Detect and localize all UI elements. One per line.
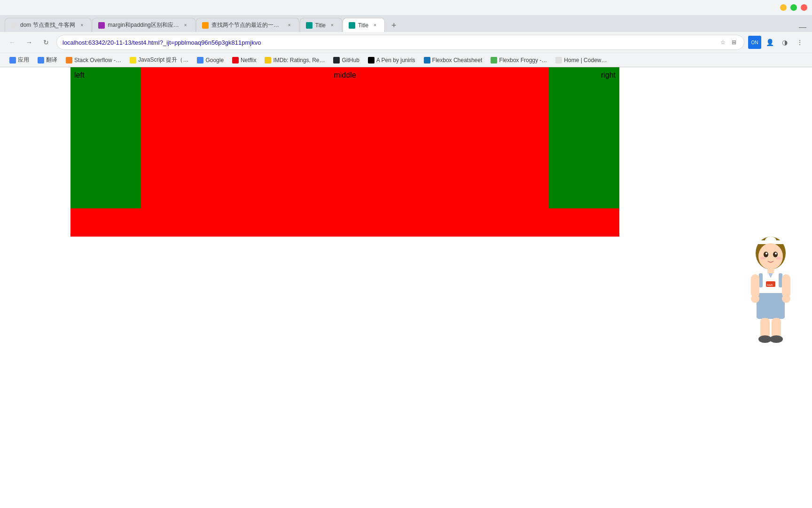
- profile-icon[interactable]: 👤: [763, 36, 776, 49]
- bookmark-star-icon[interactable]: ☆: [718, 38, 727, 47]
- bookmark-flexbox-icon: [424, 57, 430, 64]
- address-input[interactable]: [62, 39, 718, 46]
- svg-point-4: [764, 252, 768, 257]
- tab-query[interactable]: 查找两个节点的最近的一个共… ×: [196, 18, 299, 32]
- svg-point-7: [775, 253, 777, 254]
- svg-rect-19: [782, 274, 790, 298]
- reload-button[interactable]: ↻: [39, 36, 53, 49]
- bookmark-netflix-icon: [232, 57, 239, 64]
- svg-point-26: [758, 335, 772, 343]
- bookmark-imdb-icon: [265, 57, 271, 64]
- tab-title2-close[interactable]: ×: [371, 22, 379, 29]
- left-column: left: [70, 67, 141, 208]
- bookmark-flexbox[interactable]: Flexbox Cheatsheet: [420, 56, 486, 64]
- tab-title1-favicon: [306, 22, 312, 29]
- right-column: right: [549, 67, 619, 208]
- svg-rect-22: [753, 292, 755, 299]
- anime-character: R&B: [742, 227, 799, 345]
- maximize-button[interactable]: [790, 4, 797, 11]
- svg-point-2: [765, 237, 776, 244]
- tab-title1[interactable]: Title ×: [300, 18, 342, 32]
- extensions-icon[interactable]: ⊞: [730, 38, 738, 47]
- bookmark-netflix[interactable]: Netflix: [228, 56, 260, 64]
- bookmark-froggy-label: Flexbox Froggy -…: [499, 57, 547, 64]
- window-minimize-icon[interactable]: —: [798, 23, 807, 32]
- bookmark-js-label: JavaScript 提升（…: [138, 56, 188, 64]
- bookmark-home-icon: [555, 57, 562, 64]
- bookmark-codepen[interactable]: A Pen by juniris: [364, 56, 419, 64]
- tab-bar: dom 节点查找_牛客网 × margin和padding区别和应… × 查找两…: [0, 15, 812, 32]
- bookmark-github[interactable]: GitHub: [329, 56, 363, 64]
- downloads-icon[interactable]: ON: [748, 36, 761, 49]
- close-window-button[interactable]: [801, 4, 807, 11]
- bookmark-netflix-label: Netflix: [241, 57, 256, 64]
- tab-dom-favicon: [11, 22, 17, 29]
- svg-point-21: [782, 294, 790, 303]
- svg-point-27: [770, 335, 783, 343]
- svg-point-9: [776, 257, 781, 260]
- svg-rect-15: [759, 273, 763, 287]
- tab-margin-favicon: [98, 22, 105, 29]
- bookmark-stackoverflow-icon: [66, 57, 72, 64]
- bookmark-home[interactable]: Home | Codew…: [552, 56, 610, 64]
- bookmark-translate-icon: [38, 57, 44, 64]
- svg-rect-10: [767, 268, 774, 274]
- bookmark-google-label: Google: [205, 57, 224, 64]
- tab-margin-label: margin和padding区别和应…: [108, 21, 179, 29]
- tab-dom[interactable]: dom 节点查找_牛客网 ×: [5, 18, 92, 32]
- bookmark-translate-label: 翻译: [46, 56, 57, 64]
- tab-margin[interactable]: margin和padding区别和应… ×: [92, 18, 195, 32]
- columns-wrapper: left middle right: [70, 67, 619, 208]
- bookmark-imdb-label: IMDb: Ratings, Re…: [273, 57, 325, 64]
- tab-query-favicon: [202, 22, 209, 29]
- bookmark-stackoverflow-label: Stack Overflow -…: [74, 57, 121, 64]
- address-bar: ← → ↻ ☆ ⊞ ON 👤 ◑ ⋮: [0, 32, 812, 53]
- bookmark-github-icon: [333, 57, 340, 64]
- address-input-container: ☆ ⊞: [56, 35, 744, 50]
- window-controls: [780, 4, 807, 11]
- title-bar: [0, 0, 812, 15]
- bookmark-js[interactable]: JavaScript 提升（…: [126, 55, 192, 65]
- anime-character-svg: R&B: [742, 227, 799, 345]
- svg-rect-17: [757, 293, 785, 319]
- bookmark-imdb[interactable]: IMDb: Ratings, Re…: [261, 56, 328, 64]
- tab-dom-label: dom 节点查找_牛客网: [20, 21, 75, 29]
- tab-title2[interactable]: Title ×: [343, 18, 385, 32]
- minimize-button[interactable]: [780, 4, 787, 11]
- bookmark-js-icon: [130, 57, 136, 64]
- svg-rect-16: [779, 273, 782, 287]
- bookmark-translate[interactable]: 翻译: [34, 55, 61, 65]
- forward-button[interactable]: →: [23, 36, 36, 49]
- bookmark-codepen-icon: [368, 57, 375, 64]
- dark-mode-icon[interactable]: ◑: [778, 36, 791, 49]
- bookmark-github-label: GitHub: [342, 57, 359, 64]
- tab-title2-label: Title: [358, 22, 368, 29]
- bookmark-google[interactable]: Google: [193, 56, 227, 64]
- svg-rect-23: [756, 291, 758, 299]
- left-label: left: [74, 71, 84, 79]
- svg-point-5: [773, 252, 778, 257]
- empty-space: [0, 237, 812, 462]
- bookmark-codepen-label: A Pen by juniris: [376, 57, 415, 64]
- middle-label: middle: [334, 71, 356, 205]
- tab-dom-close[interactable]: ×: [78, 22, 86, 29]
- bookmark-apps[interactable]: 应用: [6, 55, 33, 65]
- settings-icon[interactable]: ⋮: [793, 36, 806, 49]
- svg-point-3: [758, 243, 783, 270]
- back-button[interactable]: ←: [6, 36, 19, 49]
- tab-margin-close[interactable]: ×: [182, 22, 189, 29]
- main-content: left middle right: [0, 67, 812, 462]
- tab-query-label: 查找两个节点的最近的一个共…: [211, 21, 283, 29]
- svg-point-8: [760, 257, 765, 260]
- tab-title1-close[interactable]: ×: [328, 22, 336, 29]
- toolbar-icons: ON 👤 ◑ ⋮: [748, 36, 806, 49]
- bookmark-google-icon: [197, 57, 203, 64]
- tab-query-close[interactable]: ×: [286, 22, 293, 29]
- bookmark-home-label: Home | Codew…: [564, 57, 607, 64]
- bookmark-froggy[interactable]: Flexbox Froggy -…: [487, 56, 551, 64]
- bottom-bar: R&B: [70, 208, 619, 237]
- new-tab-button[interactable]: +: [387, 19, 400, 32]
- bookmark-flexbox-label: Flexbox Cheatsheet: [432, 57, 483, 64]
- bookmark-stackoverflow[interactable]: Stack Overflow -…: [62, 56, 125, 64]
- browser-chrome: dom 节点查找_牛客网 × margin和padding区别和应… × 查找两…: [0, 0, 812, 67]
